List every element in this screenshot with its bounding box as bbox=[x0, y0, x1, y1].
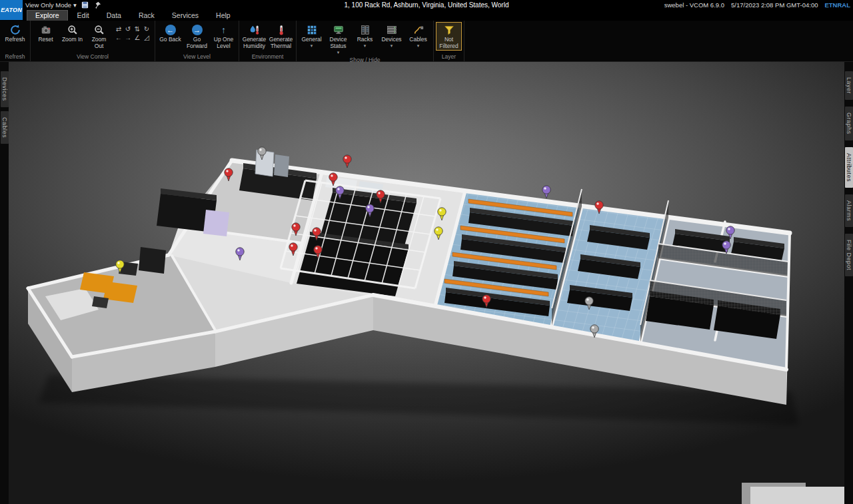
ribbon-group-layer: Not Filtered Layer bbox=[434, 21, 464, 61]
dock-tab-graphs[interactable]: Graphs bbox=[845, 107, 853, 140]
main-area: Devices Cables bbox=[0, 62, 853, 504]
datacenter-3d-floorplan[interactable] bbox=[9, 62, 844, 504]
eaton-logo: EATON bbox=[0, 0, 23, 20]
go-back-icon: ← bbox=[165, 25, 176, 35]
not-filtered-button[interactable]: Not Filtered bbox=[436, 22, 462, 51]
thermal-icon bbox=[275, 23, 287, 37]
pan-updown-icon[interactable]: ⇅ bbox=[133, 25, 142, 33]
ribbon-caption-environment: Environment bbox=[241, 52, 294, 61]
general-dropdown-button[interactable]: General ▾ bbox=[299, 22, 325, 49]
racks-label: Racks bbox=[357, 37, 373, 43]
dock-tab-devices[interactable]: Devices bbox=[1, 71, 9, 107]
pan-arrow-icon[interactable]: ⇄ bbox=[114, 25, 123, 33]
zoom-in-button-label: Zoom In bbox=[62, 37, 83, 43]
refresh-button-label: Refresh bbox=[5, 37, 25, 43]
menu-tab-explore[interactable]: Explore bbox=[27, 10, 68, 21]
go-forward-button-label: Go Forward bbox=[185, 37, 209, 50]
ribbon-group-show-hide: General ▾ Device Status ▾ Racks ▾ bbox=[297, 21, 434, 61]
vcom-app: EATON View Only Mode ▾ 1, 100 Rack Rd, A… bbox=[0, 0, 853, 504]
zoom-in-button[interactable]: Zoom In bbox=[59, 22, 85, 44]
menu-tab-edit[interactable]: Edit bbox=[69, 11, 97, 21]
up-one-level-icon: ↑ bbox=[221, 25, 226, 35]
titlebar-right: swebel - VCOM 6.9.0 5/17/2023 2:08 PM GM… bbox=[664, 1, 853, 9]
dock-tab-layer[interactable]: Layer bbox=[845, 71, 853, 100]
ribbon-caption-view-control: View Control bbox=[33, 52, 153, 61]
pan-rotate-pad: ⇄ ↺ ⇅ ↻ ← → ∠ ◿ bbox=[114, 25, 151, 42]
ribbon-group-view-level: ← Go Back → Go Forward ↑ Up One Level Vi… bbox=[155, 21, 239, 61]
left-dock: Devices Cables bbox=[0, 62, 9, 504]
go-back-button[interactable]: ← Go Back bbox=[157, 22, 183, 44]
generate-thermal-button[interactable]: Generate Thermal bbox=[268, 22, 294, 51]
chevron-down-icon: ▾ bbox=[311, 43, 313, 48]
generate-humidity-label: Generate Humidity bbox=[242, 37, 267, 50]
menu-bar: Explore Edit Data Rack Services Help bbox=[0, 10, 853, 21]
ribbon-group-environment: Generate Humidity Generate Thermal Envir… bbox=[239, 21, 297, 61]
refresh-icon bbox=[9, 23, 21, 37]
ribbon-caption-refresh: Refresh bbox=[2, 52, 28, 61]
menu-tab-services[interactable]: Services bbox=[164, 11, 207, 21]
rotate-left-icon[interactable]: ↺ bbox=[123, 25, 133, 33]
view-mode-label: View Only Mode bbox=[25, 1, 71, 9]
menu-tab-rack[interactable]: Rack bbox=[131, 11, 163, 21]
zoom-out-button[interactable]: Zoom Out bbox=[86, 22, 112, 51]
ribbon-group-view-control: Reset Zoom In Zoom Out ⇄ ↺ bbox=[31, 21, 155, 61]
devices-label: Devices bbox=[381, 37, 401, 43]
dock-tab-alarms[interactable]: Alarms bbox=[845, 194, 853, 227]
user-version-label: swebel - VCOM 6.9.0 bbox=[664, 1, 724, 9]
racks-icon bbox=[359, 23, 371, 37]
cables-label: Cables bbox=[409, 37, 426, 43]
zoom-out-button-label: Zoom Out bbox=[87, 37, 111, 50]
title-bar: EATON View Only Mode ▾ 1, 100 Rack Rd, A… bbox=[0, 0, 853, 10]
pin-icon[interactable] bbox=[93, 1, 102, 9]
ribbon-caption-layer: Layer bbox=[436, 52, 462, 61]
zoom-out-icon bbox=[93, 23, 105, 37]
chevron-down-icon: ▾ bbox=[417, 43, 420, 48]
pan-right-icon[interactable]: → bbox=[123, 33, 133, 42]
cables-dropdown-button[interactable]: Cables ▾ bbox=[405, 22, 431, 49]
dock-tab-cables[interactable]: Cables bbox=[1, 111, 9, 144]
dock-tab-file-depot[interactable]: File Depot bbox=[845, 234, 853, 276]
pan-left-icon[interactable]: ← bbox=[114, 33, 123, 42]
chevron-down-icon: ▾ bbox=[364, 43, 367, 48]
tilt-plane-icon[interactable]: ◿ bbox=[142, 33, 151, 42]
zoom-in-icon bbox=[67, 23, 79, 37]
save-icon[interactable] bbox=[81, 1, 89, 9]
racks-dropdown-button[interactable]: Racks ▾ bbox=[352, 22, 378, 49]
up-one-level-button[interactable]: ↑ Up One Level bbox=[211, 22, 237, 51]
filter-funnel-icon bbox=[443, 23, 455, 37]
alarm-pin-red[interactable] bbox=[343, 155, 351, 168]
chevron-down-icon: ▾ bbox=[337, 50, 340, 55]
rotate-right-icon[interactable]: ↻ bbox=[142, 25, 151, 33]
menu-tab-data[interactable]: Data bbox=[99, 11, 129, 21]
generate-thermal-label: Generate Thermal bbox=[269, 37, 293, 50]
ribbon-caption-view-level: View Level bbox=[157, 52, 237, 61]
chevron-down-icon: ▾ bbox=[391, 43, 393, 48]
not-filtered-label: Not Filtered bbox=[436, 37, 461, 50]
go-forward-icon: → bbox=[192, 25, 203, 35]
devices-icon bbox=[386, 23, 398, 37]
floorplan-3d-canvas[interactable] bbox=[9, 62, 844, 504]
generate-humidity-button[interactable]: Generate Humidity bbox=[241, 22, 267, 51]
right-dock: Layer Graphs Attributes Alarms File Depo… bbox=[844, 62, 853, 504]
reset-button-label: Reset bbox=[38, 37, 53, 43]
view-mode-selector[interactable]: View Only Mode ▾ bbox=[25, 1, 77, 9]
device-status-dropdown-button[interactable]: Device Status ▾ bbox=[325, 22, 351, 55]
up-one-level-button-label: Up One Level bbox=[211, 37, 236, 50]
corner-panel bbox=[750, 487, 844, 504]
device-status-icon bbox=[333, 23, 345, 37]
reset-button[interactable]: Reset bbox=[33, 22, 59, 44]
go-back-button-label: Go Back bbox=[159, 37, 181, 43]
chevron-down-icon: ▾ bbox=[73, 1, 77, 9]
ribbon-group-refresh: Refresh Refresh bbox=[0, 21, 31, 61]
go-forward-button[interactable]: → Go Forward bbox=[184, 22, 210, 51]
corner-brand-link[interactable]: ETNRAL bbox=[824, 1, 850, 9]
ribbon: Refresh Refresh Reset Zoom In bbox=[0, 21, 853, 62]
menu-tab-help[interactable]: Help bbox=[208, 11, 239, 21]
tilt-angle-icon[interactable]: ∠ bbox=[133, 33, 142, 42]
devices-dropdown-button[interactable]: Devices ▾ bbox=[379, 22, 405, 49]
dock-tab-attributes[interactable]: Attributes bbox=[845, 147, 853, 188]
humidity-icon bbox=[249, 23, 261, 37]
refresh-button[interactable]: Refresh bbox=[2, 22, 28, 44]
alarm-pin-purple[interactable] bbox=[542, 186, 550, 198]
datetime-label: 5/17/2023 2:08 PM GMT-04:00 bbox=[731, 1, 818, 9]
